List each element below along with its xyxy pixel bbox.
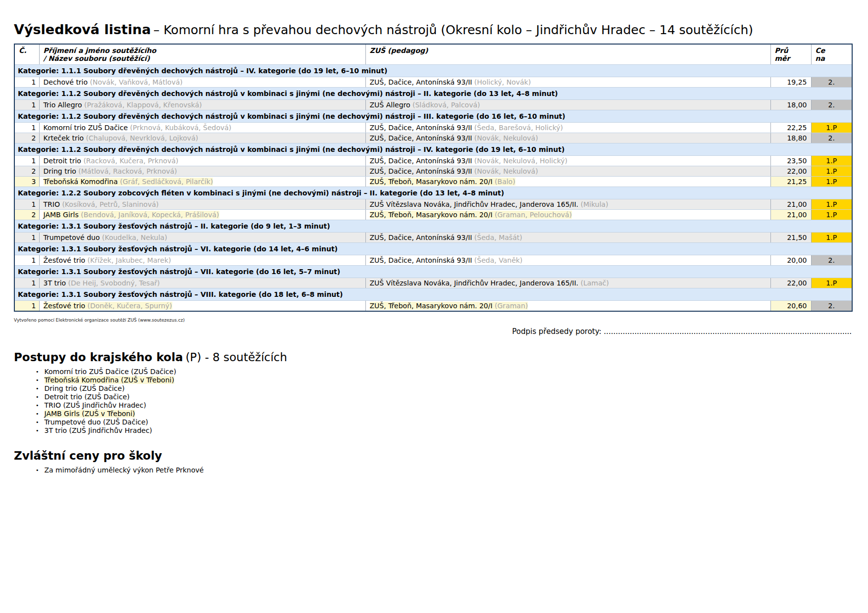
school-pedagogs: (Graman, Pelouchová) <box>495 211 572 219</box>
category-label: Kategorie: 1.3.1 Soubory žesťových nástr… <box>14 220 852 233</box>
list-item: Trumpetové duo (ZUŠ Dačice) <box>36 419 868 426</box>
col-header-average: Prů měr <box>770 44 811 65</box>
award-badge: 1.P <box>811 156 852 166</box>
table-row: 3Třeboňská Komodřina (Gráf, Sedláčková, … <box>14 177 852 187</box>
table-row: 1Žesťové trio (Doněk, Kučera, Spurný)ZUŠ… <box>14 301 852 312</box>
table-row: 1TRIO (Kosíková, Petrů, Slaninová)ZUŠ Ví… <box>14 199 852 210</box>
advance-heading-suffix: (P) - 8 soutěžících <box>186 351 287 364</box>
school-name: ZUŠ, Dačice, Antonínská 93/II <box>370 157 472 165</box>
table-row: 1Detroit trio (Racková, Kučera, Prknová)… <box>14 156 852 166</box>
ensemble-cell: JAMB Girls (Bendová, Janíková, Kopecká, … <box>39 210 365 220</box>
col-header-name: Příjmení a jméno soutěžícího / Název sou… <box>39 44 365 65</box>
school-pedagogs: (Sládková, Palcová) <box>412 101 480 109</box>
ensemble-members: (Chalupová, Nevrklová, Lojková) <box>86 134 199 142</box>
ensemble-cell: Dechové trio (Novák, Vaňková, Mátlová) <box>39 77 365 88</box>
generator-note: Vytvořeno pomocí Elektronické organizace… <box>14 318 868 323</box>
category-row: Kategorie: 1.3.1 Soubory žesťových nástr… <box>14 243 852 255</box>
school-cell: ZUŠ, Třeboň, Masarykovo nám. 20/I (Balo) <box>365 177 770 187</box>
row-number: 1 <box>14 233 39 243</box>
row-number: 1 <box>14 123 39 133</box>
school-cell: ZUŠ, Dačice, Antonínská 93/II (Holický, … <box>365 77 770 88</box>
list-item-text: Dring trio (ZUŠ Dačice) <box>45 384 125 392</box>
row-number: 1 <box>14 156 39 166</box>
school-pedagogs: (Novák, Nekulová) <box>474 167 538 175</box>
school-cell: ZUŠ, Dačice, Antonínská 93/II (Novák, Ne… <box>365 133 770 143</box>
school-pedagogs: (Novák, Nekulová, Holický) <box>474 157 567 165</box>
school-pedagogs: (Graman) <box>495 302 528 310</box>
award-badge: 2. <box>811 301 852 312</box>
ensemble-members: (Gráf, Sedláčková, Pilarčík) <box>120 178 213 186</box>
average-score: 21,25 <box>770 177 811 187</box>
school-pedagogs: (Balo) <box>495 178 515 186</box>
special-awards-list: Za mimořádný umělecký výkon Petře Prknov… <box>14 467 868 474</box>
school-name: ZUŠ, Třeboň, Masarykovo nám. 20/I <box>370 302 493 310</box>
award-badge: 2. <box>811 255 852 266</box>
page-title: Výsledková listina – Komorní hra s převa… <box>14 22 868 37</box>
school-cell: ZUŠ, Třeboň, Masarykovo nám. 20/I (Grama… <box>365 210 770 220</box>
list-item-text: JAMB Girls (ZUŠ v Třeboni) <box>45 410 135 418</box>
school-name: ZUŠ, Dačice, Antonínská 93/II <box>370 134 472 142</box>
list-item: Komorní trio ZUŠ Dačice (ZUŠ Dačice) <box>36 368 868 376</box>
school-pedagogs: (Šeda, Barešová, Holický) <box>474 124 563 132</box>
school-pedagogs: (Holický, Novák) <box>474 78 531 86</box>
ensemble-cell: Komorní trio ZUŠ Dačice (Prknová, Kubáko… <box>39 123 365 133</box>
category-label: Kategorie: 1.1.1 Soubory dřevěných decho… <box>14 65 852 77</box>
ensemble-members: (Doněk, Kučera, Spurný) <box>88 302 172 310</box>
school-cell: ZUŠ Vítězslava Nováka, Jindřichův Hradec… <box>365 199 770 210</box>
average-score: 19,25 <box>770 77 811 88</box>
school-name: ZUŠ Allegro <box>370 101 410 109</box>
category-row: Kategorie: 1.1.2 Soubory dřevěných decho… <box>14 110 852 123</box>
ensemble-cell: Trumpetové duo (Koudelka, Nekula) <box>39 233 365 243</box>
results-table-body: Kategorie: 1.1.1 Soubory dřevěných decho… <box>14 65 852 312</box>
page-title-main: Výsledková listina <box>14 22 151 37</box>
average-score: 21,00 <box>770 199 811 210</box>
average-score: 18,00 <box>770 100 811 110</box>
award-badge: 1.P <box>811 123 852 133</box>
school-pedagogs: (Šeda, Mašát) <box>474 234 522 241</box>
category-row: Kategorie: 1.3.1 Soubory žesťových nástr… <box>14 266 852 278</box>
list-item-text: 3T trio (ZUŠ Jindřichův Hradec) <box>45 426 153 434</box>
ensemble-members: (De Heij, Svobodný, Tesař) <box>68 279 160 287</box>
list-item-text: TRIO (ZUŠ Jindřichův Hradec) <box>45 401 147 409</box>
row-number: 1 <box>14 255 39 266</box>
col-header-name-line2: / Název souboru (soutěžící) <box>44 54 361 62</box>
school-cell: ZUŠ, Třeboň, Masarykovo nám. 20/I (Grama… <box>365 301 770 312</box>
award-badge: 2. <box>811 133 852 143</box>
school-cell: ZUŠ, Dačice, Antonínská 93/II (Šeda, Maš… <box>365 233 770 243</box>
average-score: 21,50 <box>770 233 811 243</box>
school-name: ZUŠ, Dačice, Antonínská 93/II <box>370 234 472 241</box>
row-number: 1 <box>14 100 39 110</box>
school-pedagogs: (Lamač) <box>580 279 609 287</box>
category-row: Kategorie: 1.1.2 Soubory dřevěných decho… <box>14 88 852 100</box>
table-row: 2Krteček trio (Chalupová, Nevrklová, Loj… <box>14 133 852 143</box>
row-number: 1 <box>14 77 39 88</box>
row-number: 2 <box>14 166 39 177</box>
row-number: 1 <box>14 278 39 288</box>
col-header-school: ZUŠ (pedagog) <box>365 44 770 65</box>
school-cell: ZUŠ Allegro (Sládková, Palcová) <box>365 100 770 110</box>
ensemble-cell: 3T trio (De Heij, Svobodný, Tesař) <box>39 278 365 288</box>
row-number: 3 <box>14 177 39 187</box>
ensemble-name: Krteček trio <box>44 134 84 142</box>
ensemble-name: JAMB Girls <box>44 211 79 219</box>
average-score: 21,00 <box>770 210 811 220</box>
table-row: 1Trio Allegro (Pražáková, Klappová, Křen… <box>14 100 852 110</box>
list-item: 3T trio (ZUŠ Jindřichův Hradec) <box>36 427 868 434</box>
award-badge: 1.P <box>811 210 852 220</box>
row-number: 1 <box>14 199 39 210</box>
list-item: TRIO (ZUŠ Jindřichův Hradec) <box>36 402 868 409</box>
advance-list: Komorní trio ZUŠ Dačice (ZUŠ Dačice)Třeb… <box>14 368 868 434</box>
ensemble-members: (Prknová, Kubáková, Šedová) <box>130 124 232 132</box>
table-row: 1Komorní trio ZUŠ Dačice (Prknová, Kubák… <box>14 123 852 133</box>
school-pedagogs: (Novák, Nekulová) <box>474 134 538 142</box>
row-number: 2 <box>14 133 39 143</box>
list-item-text: Detroit trio (ZUŠ Dačice) <box>45 393 130 401</box>
ensemble-name: Dechové trio <box>44 78 88 86</box>
table-row: 1Žesťové trio (Křížek, Jakubec, Marek)ZU… <box>14 255 852 266</box>
award-badge: 1.P <box>811 177 852 187</box>
school-cell: ZUŠ, Dačice, Antonínská 93/II (Novák, Ne… <box>365 166 770 177</box>
award-badge: 2. <box>811 100 852 110</box>
school-cell: ZUŠ, Dačice, Antonínská 93/II (Šeda, Van… <box>365 255 770 266</box>
category-label: Kategorie: 1.3.1 Soubory žesťových nástr… <box>14 288 852 301</box>
ensemble-members: (Bendová, Janíková, Kopecká, Prášilová) <box>81 211 219 219</box>
